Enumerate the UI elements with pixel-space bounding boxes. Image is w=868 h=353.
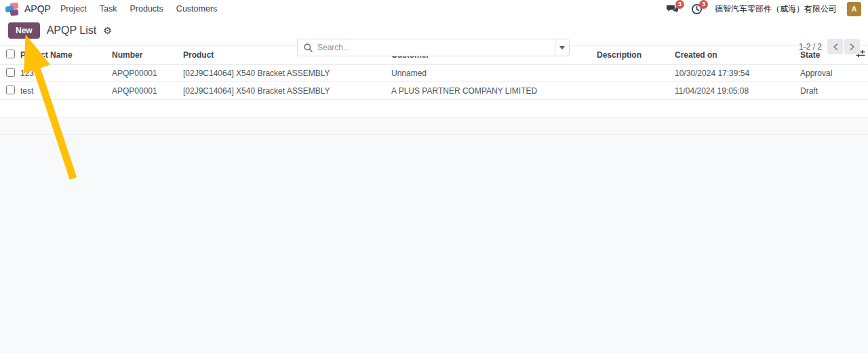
empty-row [0,117,868,135]
cell-project-name: test [20,82,112,100]
systray: 3 3 德智汽车零部件（威海）有限公司 A [666,2,861,16]
row-checkbox[interactable] [6,86,15,94]
breadcrumb-title: APQP List [47,24,97,37]
column-header-project-name[interactable]: Project Name [20,45,112,64]
column-header-description[interactable]: Description [597,45,675,64]
menu-item-customers[interactable]: Customers [176,4,217,14]
activities-button[interactable]: 3 [690,3,703,15]
cell-state: Approval [800,64,853,82]
row-checkbox-cell [0,64,20,82]
cell-customer: Unnamed [391,64,597,82]
menu-item-task[interactable]: Task [100,4,117,14]
activities-badge: 3 [699,0,708,9]
cell-created-on: 11/04/2024 19:05:08 [675,82,800,100]
cell-description [597,82,675,100]
column-header-created-on[interactable]: Created on [675,45,800,64]
empty-row [0,100,868,117]
search-icon [304,43,313,52]
search-box[interactable] [297,39,555,56]
company-name[interactable]: 德智汽车零部件（威海）有限公司 [715,3,837,15]
app-logo-icon [5,2,19,16]
cell-product: [02J9C14064] X540 Bracket ASSEMBLY [183,82,391,100]
messages-button[interactable]: 3 [666,3,679,15]
new-button[interactable]: New [8,22,40,39]
messages-badge: 3 [675,0,684,9]
cell-product: [02J9C14064] X540 Bracket ASSEMBLY [183,64,391,82]
cell-number: APQP00001 [112,82,183,100]
row-checkbox[interactable] [6,68,15,77]
cell-number: APQP00001 [112,64,183,82]
table-row[interactable]: test APQP00001 [02J9C14064] X540 Bracket… [0,82,868,100]
cell-state: Draft [800,82,853,100]
pager-next-button[interactable] [844,39,860,54]
search-bar [297,39,570,56]
row-checkbox-cell [0,82,20,100]
menu-item-products[interactable]: Products [130,4,163,14]
cell-project-name: 123 [20,64,112,82]
column-header-number[interactable]: Number [112,45,183,64]
cell-customer: A PLUS PARTNER COMPANY LIMITED [391,82,597,100]
pager: 1-2 / 2 [799,39,860,54]
app-brand-name[interactable]: APQP [24,3,51,14]
menu-item-project[interactable]: Project [60,4,87,14]
main-menu: Project Task Products Customers [60,4,217,14]
pager-previous-button[interactable] [827,39,843,54]
records-table: Project Name Number Product Customer Des… [0,45,868,135]
app-brand[interactable]: APQP [5,2,51,16]
search-input[interactable] [317,43,549,52]
select-all-checkbox[interactable] [6,50,15,58]
list-view: Project Name Number Product Customer Des… [0,45,868,135]
select-all-checkbox-cell [0,45,20,64]
table-row[interactable]: 123 APQP00001 [02J9C14064] X540 Bracket … [0,64,868,82]
user-avatar[interactable]: A [847,2,861,16]
control-panel: New APQP List ⚙ 1-2 / 2 [0,18,868,45]
pager-range: 1-2 / 2 [799,42,822,52]
top-navbar: APQP Project Task Products Customers 3 3… [0,0,868,18]
cell-description [597,64,675,82]
chevron-right-icon [850,43,855,50]
chevron-left-icon [833,43,838,50]
chevron-down-icon [559,46,565,50]
gear-icon[interactable]: ⚙ [103,26,112,35]
search-options-toggle[interactable] [555,39,570,56]
cell-created-on: 10/30/2024 17:39:54 [675,64,800,82]
